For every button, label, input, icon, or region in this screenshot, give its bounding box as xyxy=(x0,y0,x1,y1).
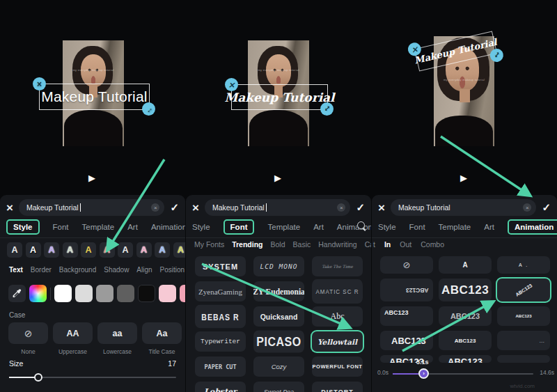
search-icon[interactable] xyxy=(357,221,365,229)
subtab-position[interactable]: Position xyxy=(160,266,185,274)
tab-style[interactable]: Style xyxy=(378,223,396,231)
tab-font[interactable]: Font xyxy=(409,223,425,231)
font-option[interactable]: Lobster xyxy=(195,382,246,392)
animation-option[interactable]: ABC123 xyxy=(497,306,550,326)
animation-option[interactable]: ABC123 xyxy=(380,306,433,326)
font-option[interactable]: LCD MONO xyxy=(253,256,304,276)
font-option[interactable]: ZY Eudemonia xyxy=(253,281,304,301)
style-preset[interactable]: A xyxy=(100,242,115,258)
color-swatch[interactable] xyxy=(117,285,134,302)
case-uppercase-button[interactable]: AA xyxy=(53,322,93,344)
font-option[interactable]: Cozy xyxy=(253,356,304,377)
style-preset[interactable]: A xyxy=(136,242,152,258)
style-preset[interactable]: A xyxy=(81,242,96,258)
animation-option-highlighted[interactable]: ABC123 xyxy=(497,279,550,301)
font-option[interactable]: PICASO xyxy=(253,331,304,353)
resize-handle-icon[interactable]: ↔ xyxy=(320,102,334,116)
subtab-align[interactable]: Align xyxy=(136,266,152,274)
subtab-in[interactable]: In xyxy=(384,240,391,249)
tab-art[interactable]: Art xyxy=(484,223,494,231)
tab-style[interactable]: Style xyxy=(192,223,210,231)
text-input[interactable]: Makeup Tutorial × xyxy=(391,199,536,216)
style-preset[interactable]: A xyxy=(155,242,170,258)
animation-option[interactable]: ABC123 xyxy=(439,306,492,326)
animation-option[interactable]: ABC123 xyxy=(439,279,492,301)
subtab-background[interactable]: Background xyxy=(59,266,96,274)
tab-font[interactable]: Font xyxy=(53,223,69,231)
font-option[interactable]: DISTORT xyxy=(312,382,363,392)
animation-option[interactable]: A xyxy=(439,256,492,274)
animation-option-none[interactable]: ⊘ xyxy=(380,256,433,274)
font-option[interactable]: AMATIC SC R xyxy=(312,279,363,304)
text-input[interactable]: Makeup Tutorial × xyxy=(19,199,164,216)
animation-option[interactable]: A . xyxy=(497,256,550,274)
tab-template[interactable]: Template xyxy=(82,223,115,231)
confirm-icon[interactable]: ✓ xyxy=(542,201,551,214)
font-option[interactable]: PAPER CUT xyxy=(195,356,246,377)
font-option-highlighted[interactable]: Yellowtail xyxy=(312,331,363,352)
size-slider[interactable] xyxy=(9,373,176,382)
color-swatch[interactable] xyxy=(138,285,155,302)
style-preset[interactable]: A xyxy=(44,242,59,258)
tab-animation[interactable]: Animation xyxy=(151,223,185,231)
subtab-text[interactable]: Text xyxy=(9,266,23,274)
font-option[interactable]: ZyenaGaming xyxy=(195,281,246,301)
style-preset[interactable]: A xyxy=(173,242,186,258)
subtab-border[interactable]: Border xyxy=(31,266,52,274)
tab-art[interactable]: Art xyxy=(313,223,324,231)
tab-template[interactable]: Template xyxy=(439,223,471,231)
resize-handle-icon[interactable]: ↔ xyxy=(142,102,155,116)
clear-icon[interactable]: × xyxy=(337,203,345,212)
slider-knob[interactable] xyxy=(34,373,42,382)
delete-handle-icon[interactable]: × xyxy=(33,77,46,91)
color-swatch[interactable] xyxy=(159,285,176,302)
clear-icon[interactable]: × xyxy=(523,203,531,212)
text-overlay-selection-1[interactable]: Makeup Tutorial × ↔ xyxy=(39,84,150,110)
case-titlecase-button[interactable]: Aa xyxy=(142,322,182,344)
font-option[interactable]: Quicksand xyxy=(253,306,304,327)
tab-animation[interactable]: Animation xyxy=(508,219,557,235)
font-option[interactable]: BEBAS R xyxy=(195,305,246,328)
style-preset[interactable]: A xyxy=(118,242,133,258)
confirm-icon[interactable]: ✓ xyxy=(356,201,365,214)
delete-handle-icon[interactable]: × xyxy=(225,78,238,91)
color-swatch[interactable] xyxy=(180,285,185,302)
tab-template[interactable]: Template xyxy=(267,223,300,231)
animation-option[interactable]: ... xyxy=(497,331,550,350)
style-preset[interactable]: A xyxy=(26,242,41,258)
case-lowercase-button[interactable]: aa xyxy=(97,322,137,344)
category-basic[interactable]: Basic xyxy=(293,240,311,249)
clear-icon[interactable]: × xyxy=(151,203,159,212)
tab-style[interactable]: Style xyxy=(6,219,40,235)
tab-font[interactable]: Font xyxy=(223,219,255,235)
font-option[interactable]: Sweet Pea xyxy=(253,382,304,392)
style-preset[interactable]: A xyxy=(63,242,78,258)
font-option[interactable]: SYSTEM xyxy=(195,256,246,276)
case-none-button[interactable]: ⊘ xyxy=(8,322,48,344)
eyedropper-icon[interactable] xyxy=(8,285,26,302)
color-swatch[interactable] xyxy=(96,285,113,302)
font-option[interactable]: Abc xyxy=(312,306,363,327)
confirm-icon[interactable]: ✓ xyxy=(170,201,179,214)
text-overlay-selection-2[interactable]: Makeup Tutorial × ↔ xyxy=(231,84,328,110)
slider-knob[interactable]: › xyxy=(418,368,429,379)
category-handwriting[interactable]: Handwriting xyxy=(318,240,356,249)
color-swatch[interactable] xyxy=(54,285,72,302)
close-icon[interactable]: × xyxy=(192,202,199,214)
play-icon[interactable]: ▶ xyxy=(460,173,467,183)
category-bold[interactable]: Bold xyxy=(271,240,285,249)
font-option[interactable]: POWERFUL FONT xyxy=(312,356,363,377)
text-input[interactable]: Makeup Tutorial × xyxy=(205,199,350,216)
category-my-fonts[interactable]: My Fonts xyxy=(194,240,224,249)
subtab-out[interactable]: Out xyxy=(400,240,411,249)
close-icon[interactable]: × xyxy=(378,202,385,214)
animation-option[interactable]: ABC123 xyxy=(439,331,492,350)
animation-option[interactable]: ABC123 xyxy=(380,279,433,301)
color-wheel[interactable] xyxy=(29,285,47,302)
color-swatch[interactable] xyxy=(75,285,93,302)
close-icon[interactable]: × xyxy=(6,202,13,214)
style-preset[interactable]: A xyxy=(7,242,22,258)
animation-option[interactable]: ABC123 xyxy=(380,331,433,350)
font-option[interactable]: Typewriter xyxy=(195,331,246,352)
subtab-shadow[interactable]: Shadow xyxy=(104,266,129,274)
